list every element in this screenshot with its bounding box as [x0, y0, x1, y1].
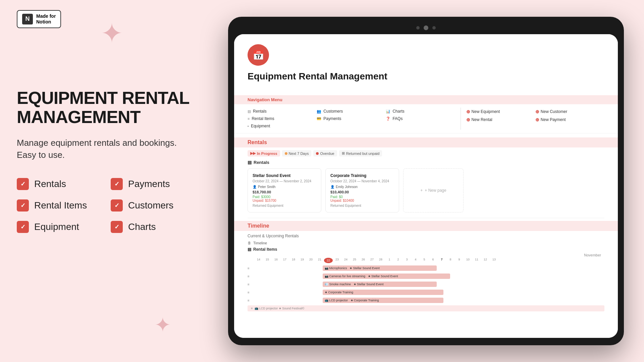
orange-dot [285, 152, 287, 155]
filter-tabs: ▶▶ In Progress Next 7 Days Overdue ⊞ [248, 150, 604, 157]
new-page-card[interactable]: + + New page [403, 168, 464, 213]
filter-label-next-7: Next 7 Days [289, 152, 309, 156]
filter-label-in-progress: In Progress [257, 152, 277, 156]
filter-tab-next-7[interactable]: Next 7 Days [282, 150, 312, 157]
timeline-icon: 🗓 [248, 241, 251, 245]
filter-label-returned-unpaid: Returned but unpaid [346, 152, 380, 156]
nav-new-rental-label: New Rental [472, 117, 492, 122]
card-title-stellar: Stellar Sound Event [253, 173, 316, 178]
timeline-row-2: ≡ 📷 Cameras for live streaming ★ Stellar… [248, 273, 604, 280]
timeline-section: Timeline Current & Upcoming Rentals 🗓 Ti… [234, 221, 618, 311]
feature-charts: Charts [111, 221, 191, 233]
nav-new-rental[interactable]: ⊕ New Rental [466, 116, 535, 124]
check-icon-rental-items [17, 199, 29, 212]
nav-item-charts[interactable]: 📊 Charts [386, 108, 455, 115]
feature-label-rental-items: Rental Items [34, 200, 87, 211]
customer-icon-corporate: 👤 [330, 185, 334, 189]
filter-tab-returned-unpaid[interactable]: ⊞ Returned but unpaid [339, 150, 382, 157]
rentals-section: Rentals ▶▶ In Progress Next 7 Days [234, 137, 618, 213]
notion-logo-icon: N [22, 14, 33, 24]
charts-icon: 📊 [386, 109, 390, 114]
page-icon: 📅 [253, 50, 264, 61]
card-unpaid-stellar: Unpaid: $15700 [253, 199, 316, 202]
feature-label-payments: Payments [128, 179, 170, 189]
filter-tab-overdue[interactable]: Overdue [313, 150, 337, 157]
feature-equipment: Equipment [17, 221, 97, 233]
rentals-icon: ▤ [248, 109, 251, 114]
rental-items-label-row: ▤ Rental Items [248, 247, 604, 252]
row-bar-area-3: 💨 Smoke machine ★ Stellar Sound Event [256, 281, 604, 287]
tablet-dot-right [432, 26, 436, 29]
card-date-corporate: October 22, 2024 — November 4, 2024 [330, 179, 394, 183]
notion-badge: N Made for Notion [17, 10, 61, 28]
nav-new-customer[interactable]: ⊕ New Customer [535, 108, 604, 116]
nav-item-rentals[interactable]: ▤ Rentals [248, 108, 317, 115]
equipment-icon: ▪ [248, 124, 249, 128]
timeline-label-text: Timeline [253, 241, 267, 245]
bar-lcd: 📺 LCD projector ★ Corporate Training [323, 298, 443, 303]
new-page-label: + New page [425, 188, 446, 193]
feature-label-rentals: Rentals [34, 179, 66, 189]
nav-item-rental-items[interactable]: ≡ Rental Items [248, 115, 317, 122]
nav-new-payment-label: New Payment [541, 117, 566, 122]
feature-rental-items: Rental Items [17, 199, 97, 212]
bar-cameras: 📷 Cameras for live streaming ★ Stellar S… [323, 274, 450, 279]
payments-icon: 💳 [317, 117, 321, 121]
filter-tab-in-progress[interactable]: ▶▶ In Progress [248, 150, 280, 157]
timeline-bottom-strip: ≡ 📺 LCD projector ★ Sound Festival© [248, 305, 604, 311]
timeline-row-4: ≡ ★ Corporate Training [248, 289, 604, 296]
nav-item-customers[interactable]: 👥 Customers [317, 108, 386, 115]
row-bar-area-4: ★ Corporate Training [256, 289, 604, 295]
nav-label-equipment: Equipment [251, 124, 270, 128]
red-dot [316, 152, 319, 155]
row-icon-2: ≡ [248, 275, 254, 278]
timeline-subtitle: Current & Upcoming Rentals [248, 234, 604, 238]
plus-icon-rental: ⊕ [466, 117, 470, 122]
bottom-strip-text: 📺 LCD projector ★ Sound Festival© [255, 307, 304, 310]
tablet-top-bar [234, 23, 618, 33]
row-icon-5: ≡ [248, 299, 254, 302]
nav-new-equipment-label: New Equipment [472, 109, 500, 114]
card-amount-stellar: $18,700.00 [253, 190, 316, 194]
nav-new-equipment[interactable]: ⊕ New Equipment [466, 108, 535, 116]
nav-col-3: 📊 Charts ❓ FAQs [386, 108, 455, 130]
timeline-row-1: ≡ 📷 Microphonics ★ Stellar Sound Event [248, 264, 604, 272]
nav-item-equipment[interactable]: ▪ Equipment [248, 122, 317, 130]
card-returned-corporate: Returned Equipment [330, 204, 394, 207]
notion-badge-text: Made for Notion [36, 13, 56, 25]
nav-menu-grid: ▤ Rentals ≡ Rental Items ▪ Equipment [234, 104, 618, 133]
tablet-dot-center [424, 25, 428, 30]
page-header: 📅 Equipment Rental Management [234, 34, 618, 95]
nav-col-new-2: ⊕ New Customer ⊕ New Payment [535, 108, 604, 130]
subtitle-text: Manage equipment rentals and bookings. E… [17, 137, 191, 161]
nav-item-faqs[interactable]: ❓ FAQs [386, 115, 455, 122]
card-customer-corporate: 👤 Emily Johnson [330, 185, 394, 189]
timeline-row-5: ≡ 📺 LCD projector ★ Corporate Training [248, 297, 604, 304]
nav-new-customer-label: New Customer [541, 109, 567, 114]
check-icon-rentals [17, 178, 29, 190]
bar-smoke: 💨 Smoke machine ★ Stellar Sound Event [323, 282, 437, 287]
row-icon-1: ≡ [248, 266, 254, 270]
row-icon-3: ≡ [248, 283, 254, 286]
faqs-icon: ❓ [386, 117, 390, 121]
timeline-grid: November 14 15 16 17 18 19 20 21 22 [248, 253, 604, 311]
nav-item-payments[interactable]: 💳 Payments [317, 115, 386, 122]
timeline-month: November [248, 253, 604, 257]
check-icon-customers [111, 199, 123, 212]
timeline-row-3: ≡ 💨 Smoke machine ★ Stellar Sound Event [248, 281, 604, 288]
customer-icon-stellar: 👤 [253, 185, 257, 189]
timeline-header: Timeline [234, 221, 618, 231]
nav-label-rentals: Rentals [253, 109, 267, 114]
check-icon-equipment [17, 221, 29, 233]
bottom-strip-icon: ≡ [251, 307, 253, 310]
rental-card-corporate[interactable]: Corporate Training October 22, 2024 — No… [325, 168, 399, 213]
card-amount-corporate: $10,400.00 [330, 190, 394, 194]
card-unpaid-corporate: Unpaid: $10400 [330, 199, 394, 202]
rental-items-icon: ▤ [248, 247, 251, 252]
nav-new-payment[interactable]: ⊕ New Payment [535, 116, 604, 124]
nav-col-1: ▤ Rentals ≡ Rental Items ▪ Equipment [248, 108, 317, 130]
plus-icon-equipment: ⊕ [466, 109, 470, 114]
today-date: 22 [324, 258, 333, 263]
rental-card-stellar[interactable]: Stellar Sound Event October 22, 2024 — N… [248, 168, 321, 213]
nav-menu-header: Navigation Menu [234, 95, 618, 104]
